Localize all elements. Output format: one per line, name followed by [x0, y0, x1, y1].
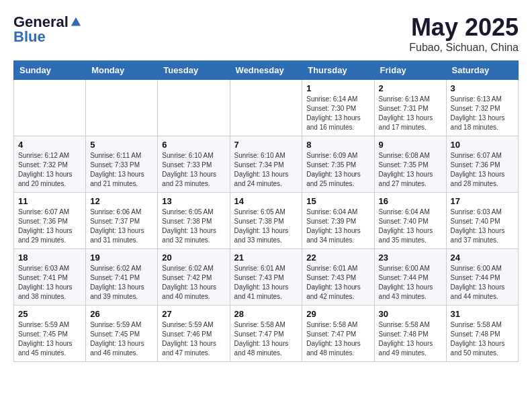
day-number: 4 [18, 140, 81, 150]
page-header: General Blue May 2025 Fubao, Sichuan, Ch… [13, 13, 519, 54]
day-info: Sunrise: 5:59 AM Sunset: 7:46 PM Dayligh… [162, 320, 225, 358]
calendar-cell: 23Sunrise: 6:00 AM Sunset: 7:44 PM Dayli… [374, 249, 446, 306]
calendar-cell: 25Sunrise: 5:59 AM Sunset: 7:45 PM Dayli… [14, 306, 86, 362]
calendar-cell [86, 80, 158, 136]
title-block: May 2025 Fubao, Sichuan, China [409, 13, 519, 54]
calendar-cell: 9Sunrise: 6:08 AM Sunset: 7:35 PM Daylig… [374, 136, 446, 193]
day-info: Sunrise: 5:58 AM Sunset: 7:48 PM Dayligh… [379, 320, 442, 358]
day-number: 22 [306, 253, 369, 263]
calendar-header-tuesday: Tuesday [158, 61, 230, 80]
calendar-cell [230, 80, 302, 136]
day-number: 12 [90, 196, 153, 206]
calendar-cell: 27Sunrise: 5:59 AM Sunset: 7:46 PM Dayli… [158, 306, 230, 362]
calendar-row-3: 11Sunrise: 6:07 AM Sunset: 7:36 PM Dayli… [14, 193, 519, 249]
day-info: Sunrise: 6:06 AM Sunset: 7:37 PM Dayligh… [90, 208, 153, 245]
day-number: 27 [162, 309, 225, 319]
day-number: 8 [306, 140, 369, 150]
day-number: 7 [234, 140, 298, 150]
day-info: Sunrise: 6:01 AM Sunset: 7:43 PM Dayligh… [306, 264, 369, 302]
location: Fubao, Sichuan, China [409, 42, 519, 54]
calendar-table: SundayMondayTuesdayWednesdayThursdayFrid… [13, 60, 519, 362]
calendar-cell: 14Sunrise: 6:05 AM Sunset: 7:38 PM Dayli… [230, 193, 302, 249]
calendar-cell: 10Sunrise: 6:07 AM Sunset: 7:36 PM Dayli… [446, 136, 518, 193]
day-info: Sunrise: 6:14 AM Sunset: 7:30 PM Dayligh… [306, 95, 369, 132]
calendar-cell: 16Sunrise: 6:04 AM Sunset: 7:40 PM Dayli… [374, 193, 446, 249]
day-info: Sunrise: 5:59 AM Sunset: 7:45 PM Dayligh… [18, 320, 81, 358]
day-number: 1 [306, 83, 369, 93]
day-info: Sunrise: 6:11 AM Sunset: 7:33 PM Dayligh… [90, 151, 153, 189]
day-info: Sunrise: 6:02 AM Sunset: 7:42 PM Dayligh… [162, 264, 225, 302]
calendar-header-thursday: Thursday [302, 61, 374, 80]
calendar-cell: 31Sunrise: 5:58 AM Sunset: 7:48 PM Dayli… [446, 306, 518, 362]
calendar-header-sunday: Sunday [14, 61, 86, 80]
calendar-cell: 19Sunrise: 6:02 AM Sunset: 7:41 PM Dayli… [86, 249, 158, 306]
day-number: 18 [18, 253, 81, 263]
day-number: 23 [379, 253, 442, 263]
day-info: Sunrise: 6:12 AM Sunset: 7:32 PM Dayligh… [18, 151, 81, 189]
calendar-cell: 5Sunrise: 6:11 AM Sunset: 7:33 PM Daylig… [86, 136, 158, 193]
calendar-cell: 26Sunrise: 5:59 AM Sunset: 7:45 PM Dayli… [86, 306, 158, 362]
calendar-cell: 6Sunrise: 6:10 AM Sunset: 7:33 PM Daylig… [158, 136, 230, 193]
calendar-cell: 11Sunrise: 6:07 AM Sunset: 7:36 PM Dayli… [14, 193, 86, 249]
day-info: Sunrise: 6:04 AM Sunset: 7:40 PM Dayligh… [379, 208, 442, 245]
day-number: 3 [451, 83, 514, 93]
day-info: Sunrise: 5:59 AM Sunset: 7:45 PM Dayligh… [90, 320, 153, 358]
calendar-cell: 20Sunrise: 6:02 AM Sunset: 7:42 PM Dayli… [158, 249, 230, 306]
calendar-header-wednesday: Wednesday [230, 61, 302, 80]
day-number: 31 [451, 309, 514, 319]
day-info: Sunrise: 6:10 AM Sunset: 7:33 PM Dayligh… [162, 151, 225, 189]
day-number: 9 [379, 140, 442, 150]
calendar-cell: 8Sunrise: 6:09 AM Sunset: 7:35 PM Daylig… [302, 136, 374, 193]
calendar-header-saturday: Saturday [446, 61, 518, 80]
day-number: 29 [306, 309, 369, 319]
day-number: 15 [306, 196, 369, 206]
calendar-cell: 7Sunrise: 6:10 AM Sunset: 7:34 PM Daylig… [230, 136, 302, 193]
calendar-cell: 17Sunrise: 6:03 AM Sunset: 7:40 PM Dayli… [446, 193, 518, 249]
calendar-header-row: SundayMondayTuesdayWednesdayThursdayFrid… [14, 61, 519, 80]
day-number: 14 [234, 196, 298, 206]
calendar-cell: 4Sunrise: 6:12 AM Sunset: 7:32 PM Daylig… [14, 136, 86, 193]
calendar-row-2: 4Sunrise: 6:12 AM Sunset: 7:32 PM Daylig… [14, 136, 519, 193]
day-number: 25 [18, 309, 81, 319]
day-info: Sunrise: 6:00 AM Sunset: 7:44 PM Dayligh… [379, 264, 442, 302]
day-info: Sunrise: 6:05 AM Sunset: 7:38 PM Dayligh… [234, 208, 298, 245]
day-number: 28 [234, 309, 298, 319]
day-number: 11 [18, 196, 81, 206]
day-number: 21 [234, 253, 298, 263]
day-info: Sunrise: 6:13 AM Sunset: 7:32 PM Dayligh… [451, 95, 514, 132]
calendar-cell: 13Sunrise: 6:05 AM Sunset: 7:38 PM Dayli… [158, 193, 230, 249]
calendar-cell: 15Sunrise: 6:04 AM Sunset: 7:39 PM Dayli… [302, 193, 374, 249]
day-info: Sunrise: 6:10 AM Sunset: 7:34 PM Dayligh… [234, 151, 298, 189]
logo-icon [70, 16, 82, 28]
calendar-cell: 21Sunrise: 6:01 AM Sunset: 7:43 PM Dayli… [230, 249, 302, 306]
calendar-row-5: 25Sunrise: 5:59 AM Sunset: 7:45 PM Dayli… [14, 306, 519, 362]
calendar-cell: 12Sunrise: 6:06 AM Sunset: 7:37 PM Dayli… [86, 193, 158, 249]
day-number: 13 [162, 196, 225, 206]
day-info: Sunrise: 6:13 AM Sunset: 7:31 PM Dayligh… [379, 95, 442, 132]
day-info: Sunrise: 6:09 AM Sunset: 7:35 PM Dayligh… [306, 151, 369, 189]
day-info: Sunrise: 6:05 AM Sunset: 7:38 PM Dayligh… [162, 208, 225, 245]
day-number: 17 [451, 196, 514, 206]
calendar-cell: 28Sunrise: 5:58 AM Sunset: 7:47 PM Dayli… [230, 306, 302, 362]
day-number: 16 [379, 196, 442, 206]
day-info: Sunrise: 5:58 AM Sunset: 7:47 PM Dayligh… [234, 320, 298, 358]
logo-blue: Blue [13, 28, 46, 46]
day-number: 2 [379, 83, 442, 93]
calendar-cell: 22Sunrise: 6:01 AM Sunset: 7:43 PM Dayli… [302, 249, 374, 306]
calendar-cell: 29Sunrise: 5:58 AM Sunset: 7:47 PM Dayli… [302, 306, 374, 362]
calendar-cell: 3Sunrise: 6:13 AM Sunset: 7:32 PM Daylig… [446, 80, 518, 136]
day-number: 26 [90, 309, 153, 319]
calendar-cell: 30Sunrise: 5:58 AM Sunset: 7:48 PM Dayli… [374, 306, 446, 362]
month-title: May 2025 [409, 13, 519, 42]
day-info: Sunrise: 5:58 AM Sunset: 7:48 PM Dayligh… [451, 320, 514, 358]
calendar-cell: 2Sunrise: 6:13 AM Sunset: 7:31 PM Daylig… [374, 80, 446, 136]
calendar-cell: 18Sunrise: 6:03 AM Sunset: 7:41 PM Dayli… [14, 249, 86, 306]
day-info: Sunrise: 6:08 AM Sunset: 7:35 PM Dayligh… [379, 151, 442, 189]
calendar-cell [158, 80, 230, 136]
calendar-row-1: 1Sunrise: 6:14 AM Sunset: 7:30 PM Daylig… [14, 80, 519, 136]
svg-marker-0 [71, 17, 81, 26]
day-info: Sunrise: 6:02 AM Sunset: 7:41 PM Dayligh… [90, 264, 153, 302]
calendar-header-monday: Monday [86, 61, 158, 80]
calendar-row-4: 18Sunrise: 6:03 AM Sunset: 7:41 PM Dayli… [14, 249, 519, 306]
day-number: 20 [162, 253, 225, 263]
